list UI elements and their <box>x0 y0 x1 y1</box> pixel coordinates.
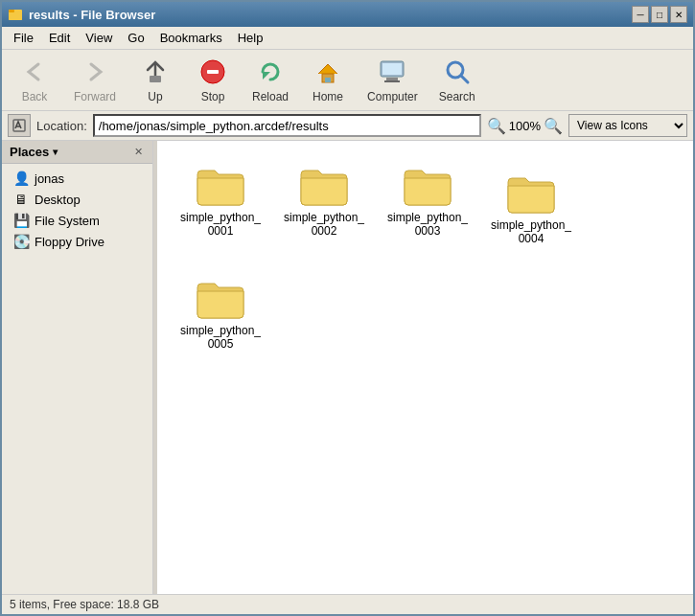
file-name: simple_python_0001 <box>177 211 264 238</box>
menu-bookmarks[interactable]: Bookmarks <box>152 29 230 47</box>
svg-rect-8 <box>325 78 331 82</box>
title-bar: results - File Browser ─ □ ✕ <box>2 2 693 27</box>
menu-view[interactable]: View <box>78 29 120 47</box>
svg-marker-6 <box>263 72 270 80</box>
folder-icon <box>299 165 349 207</box>
sidebar-title[interactable]: Places ▾ <box>10 145 58 159</box>
folder-icon <box>403 165 452 207</box>
list-item[interactable]: simple_python_0001 <box>173 156 268 254</box>
sidebar-close-button[interactable]: ✕ <box>131 146 145 159</box>
menu-edit[interactable]: Edit <box>41 29 78 47</box>
location-edit-button[interactable] <box>8 114 31 137</box>
computer-icon <box>377 57 407 87</box>
file-name: simple_python_0002 <box>281 211 367 238</box>
sidebar-items: 👤 jonas 🖥 Desktop 💾 File System 💽 Floppy… <box>2 164 152 256</box>
reload-icon <box>255 57 286 87</box>
back-icon <box>19 57 50 87</box>
home-button[interactable]: Home <box>299 52 357 108</box>
toolbar: Back Forward Up <box>2 50 693 111</box>
floppy-icon: 💽 <box>13 234 29 249</box>
svg-rect-1 <box>9 11 22 20</box>
location-bar: Location: 🔍 100% 🔍 View as Icons View as… <box>2 111 693 141</box>
sidebar-item-label-desktop: Desktop <box>35 193 81 207</box>
file-area: simple_python_0001 simple_python_0002 <box>157 141 693 594</box>
up-button[interactable]: Up <box>127 52 184 108</box>
svg-rect-2 <box>9 10 14 12</box>
svg-rect-3 <box>150 76 161 82</box>
close-button[interactable]: ✕ <box>670 6 687 23</box>
folder-icon <box>506 172 556 215</box>
zoom-controls: 🔍 100% 🔍 <box>487 117 563 135</box>
view-mode-selector[interactable]: View as Icons View as List View as Compa… <box>568 114 687 137</box>
sidebar-chevron-icon: ▾ <box>53 147 58 157</box>
sidebar-item-desktop[interactable]: 🖥 Desktop <box>2 189 152 210</box>
minimize-button[interactable]: ─ <box>632 6 649 23</box>
main-area: Places ▾ ✕ 👤 jonas 🖥 Desktop 💾 File Syst… <box>2 141 693 594</box>
file-name: simple_python_0003 <box>384 211 471 238</box>
sidebar-item-jonas[interactable]: 👤 jonas <box>2 168 152 189</box>
title-controls: ─ □ ✕ <box>632 6 687 23</box>
zoom-level: 100% <box>509 119 541 133</box>
search-icon <box>442 57 473 87</box>
menu-file[interactable]: File <box>6 29 41 47</box>
computer-button[interactable]: Computer <box>357 52 429 108</box>
folder-icon <box>196 278 245 320</box>
file-name: simple_python_0005 <box>177 324 264 351</box>
sidebar-item-label-jonas: jonas <box>35 171 64 186</box>
back-button[interactable]: Back <box>6 52 63 108</box>
menu-go[interactable]: Go <box>120 29 151 47</box>
up-icon <box>140 57 171 87</box>
list-item[interactable]: simple_python_0005 <box>173 269 268 359</box>
sidebar-item-label-filesystem: File System <box>35 214 100 228</box>
zoom-out-icon[interactable]: 🔍 <box>487 117 506 135</box>
menu-bar: File Edit View Go Bookmarks Help <box>2 27 693 50</box>
reload-button[interactable]: Reload <box>242 52 299 108</box>
folder-icon <box>196 165 245 207</box>
app-icon <box>8 7 23 22</box>
edit-icon <box>12 118 27 133</box>
sidebar-item-floppy[interactable]: 💽 Floppy Drive <box>2 231 152 252</box>
status-text: 5 items, Free space: 18.8 GB <box>10 598 159 611</box>
desktop-icon: 🖥 <box>13 192 29 207</box>
sidebar-header: Places ▾ ✕ <box>2 141 152 164</box>
stop-button[interactable]: Stop <box>184 52 242 108</box>
status-bar: 5 items, Free space: 18.8 GB <box>2 594 693 614</box>
list-item[interactable]: simple_python_0002 <box>276 156 372 254</box>
search-button[interactable]: Search <box>429 52 486 108</box>
forward-icon <box>80 57 110 87</box>
location-input[interactable] <box>93 114 481 137</box>
svg-rect-11 <box>386 78 398 80</box>
title-bar-left: results - File Browser <box>8 7 155 22</box>
sidebar: Places ▾ ✕ 👤 jonas 🖥 Desktop 💾 File Syst… <box>2 141 153 594</box>
location-label: Location: <box>36 119 87 133</box>
home-icon <box>313 57 343 87</box>
filesystem-icon: 💾 <box>13 213 29 228</box>
svg-rect-10 <box>382 63 402 75</box>
menu-help[interactable]: Help <box>230 29 271 47</box>
sidebar-item-label-floppy: Floppy Drive <box>35 235 104 249</box>
sidebar-item-filesystem[interactable]: 💾 File System <box>2 210 152 231</box>
user-icon: 👤 <box>13 171 29 186</box>
svg-line-14 <box>461 76 468 82</box>
svg-rect-12 <box>384 80 400 82</box>
window-title: results - File Browser <box>29 8 155 22</box>
list-item[interactable]: simple_python_0004 <box>483 164 579 254</box>
maximize-button[interactable]: □ <box>651 6 668 23</box>
zoom-in-icon[interactable]: 🔍 <box>544 117 563 135</box>
list-item[interactable]: simple_python_0003 <box>380 156 475 254</box>
svg-rect-5 <box>207 70 219 74</box>
main-window: results - File Browser ─ □ ✕ File Edit V… <box>0 0 695 616</box>
stop-icon <box>197 57 228 87</box>
forward-button[interactable]: Forward <box>63 52 127 108</box>
file-name: simple_python_0004 <box>488 218 574 245</box>
